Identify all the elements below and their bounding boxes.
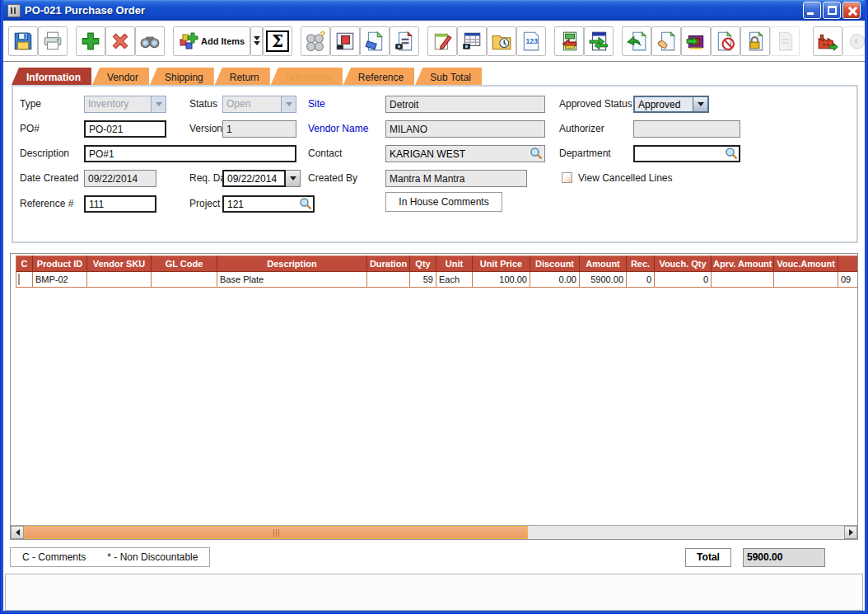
import-items-icon[interactable] xyxy=(554,26,584,56)
maximize-button[interactable] xyxy=(823,2,841,19)
status-label: Status xyxy=(189,96,217,112)
invoice-exchange-icon[interactable] xyxy=(584,26,614,56)
grid-viewport: C Product ID Vendor SKU GL Code Descript… xyxy=(11,254,857,525)
cell-unit-price[interactable]: 100.00 xyxy=(473,272,530,288)
col-unit[interactable]: Unit xyxy=(436,256,473,272)
legend-box: C - Comments * - Non Discountable xyxy=(10,547,210,567)
po-number-field[interactable] xyxy=(84,120,166,138)
col-unit-price[interactable]: Unit Price xyxy=(473,256,530,272)
add-items-dropdown-icon[interactable] xyxy=(250,26,263,56)
tab-return[interactable]: Return xyxy=(215,68,270,85)
col-aprv-amount[interactable]: Aprv. Amount xyxy=(712,256,774,272)
search-icon[interactable] xyxy=(725,147,738,160)
status-bar xyxy=(5,574,863,611)
col-product-id[interactable]: Product ID xyxy=(33,256,87,272)
folder-history-icon[interactable] xyxy=(487,26,516,56)
cell-duration[interactable] xyxy=(367,272,410,288)
created-by-field xyxy=(385,170,527,187)
cancel-document-icon[interactable] xyxy=(711,26,740,56)
cell-vouc-amount[interactable] xyxy=(774,272,838,288)
req-date-field-wrap xyxy=(222,170,301,187)
col-vouch-qty[interactable]: Vouch. Qty xyxy=(655,256,712,272)
approved-status-combo[interactable]: Approved xyxy=(633,96,709,113)
cell-gl-code[interactable] xyxy=(152,272,217,288)
reference-number-label: Reference # xyxy=(20,195,73,212)
item-details-icon[interactable] xyxy=(330,26,360,56)
grid-snapshot-icon[interactable] xyxy=(457,26,487,56)
col-c[interactable]: C xyxy=(16,256,33,272)
cell-description[interactable]: Base Plate xyxy=(217,272,367,288)
version-label: Version xyxy=(189,120,222,137)
tab-information[interactable]: Information xyxy=(12,68,91,85)
header-row: C Product ID Vendor SKU GL Code Descript… xyxy=(16,256,858,272)
cell-vouch-qty[interactable]: 0 xyxy=(655,272,712,288)
cell-unit[interactable]: Each xyxy=(436,272,473,288)
footer: C - Comments * - Non Discountable Total … xyxy=(10,547,858,567)
scrollbar-track[interactable] xyxy=(24,526,844,539)
save-icon[interactable] xyxy=(8,26,38,56)
vendor-name-field xyxy=(385,120,545,138)
purchase-order-window: PO-021 Purchase Order xyxy=(0,0,868,614)
created-by-label: Created By xyxy=(308,170,357,186)
count-sheet-icon[interactable]: 123 xyxy=(516,26,546,56)
minimize-button[interactable] xyxy=(803,2,821,19)
cell-discount[interactable]: 0.00 xyxy=(530,272,580,288)
row-checkbox[interactable] xyxy=(18,274,20,285)
table-row[interactable]: BMP-02 Base Plate 59 Each 100.00 0.00 59… xyxy=(16,272,858,288)
delete-icon[interactable] xyxy=(105,26,135,56)
req-date-field[interactable] xyxy=(222,170,286,187)
search-icon[interactable] xyxy=(530,147,543,160)
col-gl-code[interactable]: GL Code xyxy=(152,256,217,272)
find-icon[interactable] xyxy=(135,26,165,56)
export-document-icon[interactable] xyxy=(622,26,651,56)
col-description[interactable]: Description xyxy=(217,256,367,272)
cell-product-id[interactable]: BMP-02 xyxy=(33,272,87,288)
scroll-left-icon[interactable] xyxy=(11,526,24,539)
tab-reference[interactable]: Reference xyxy=(343,68,414,85)
scrollbar-thumb[interactable] xyxy=(24,526,528,539)
date-created-label: Date Created xyxy=(20,170,78,186)
close-button[interactable] xyxy=(842,2,861,19)
cell-vendor-sku[interactable] xyxy=(87,272,152,288)
row-comment-cell xyxy=(16,272,33,288)
tab-vendor[interactable]: Vendor xyxy=(92,68,149,85)
reference-number-field[interactable] xyxy=(84,195,156,213)
chevron-down-icon[interactable] xyxy=(693,97,707,111)
search-icon[interactable] xyxy=(299,197,312,210)
tab-subtotal[interactable]: Sub Total xyxy=(415,68,482,85)
add-icon[interactable] xyxy=(76,26,105,56)
col-discount[interactable]: Discount xyxy=(530,256,580,272)
col-qty[interactable]: Qty xyxy=(410,256,436,272)
receive-items-icon[interactable] xyxy=(651,26,681,56)
cell-aprv-amount[interactable] xyxy=(712,272,774,288)
in-house-comments-button[interactable]: In House Comments xyxy=(385,192,502,212)
legend-non-discountable: * - Non Discountable xyxy=(107,551,198,563)
cell-clipped[interactable]: 09 xyxy=(838,272,858,288)
cell-rec[interactable]: 0 xyxy=(627,272,655,288)
vendor-name-label: Vendor Name xyxy=(308,120,368,137)
date-dropdown-icon[interactable] xyxy=(286,170,301,187)
print-icon[interactable] xyxy=(38,26,68,56)
revert-document-icon xyxy=(842,26,865,56)
col-duration[interactable]: Duration xyxy=(367,256,410,272)
lock-document-icon[interactable] xyxy=(740,26,770,56)
horizontal-scrollbar[interactable] xyxy=(11,525,857,539)
edit-document-icon[interactable] xyxy=(360,26,390,56)
cell-amount[interactable]: 5900.00 xyxy=(580,272,627,288)
availability-icon[interactable]: ? xyxy=(301,26,330,56)
notes-icon[interactable] xyxy=(427,26,457,56)
view-cancelled-lines-checkbox[interactable] xyxy=(562,172,572,183)
factory-order-icon[interactable] xyxy=(813,26,842,56)
equipment-transfer-icon[interactable] xyxy=(681,26,711,56)
add-items-button[interactable]: Add Items xyxy=(173,26,250,56)
col-amount[interactable]: Amount xyxy=(580,256,627,272)
col-vendor-sku[interactable]: Vendor SKU xyxy=(87,256,152,272)
col-rec[interactable]: Rec. xyxy=(627,256,655,272)
tab-shipping[interactable]: Shipping xyxy=(150,68,214,85)
sum-icon[interactable]: Σ xyxy=(263,26,292,56)
scroll-right-icon[interactable] xyxy=(844,526,857,539)
description-field[interactable] xyxy=(84,145,296,162)
document-snapshot-icon[interactable] xyxy=(390,26,419,56)
cell-qty[interactable]: 59 xyxy=(410,272,436,288)
col-vouc-amount[interactable]: Vouc.Amount xyxy=(774,256,838,272)
